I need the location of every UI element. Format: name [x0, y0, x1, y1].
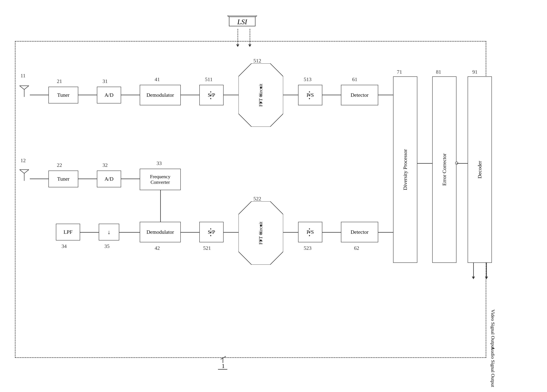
fft1-num: 512 [253, 58, 261, 64]
sp2-dot3 [210, 235, 211, 236]
line-ad1-demod1 [121, 95, 140, 95]
demod1-num: 41 [155, 76, 160, 83]
audio-output-arrow [485, 277, 488, 279]
demod2-block: Demodulator [140, 222, 181, 242]
sp2-num: 521 [203, 245, 211, 251]
ad2-num: 32 [103, 162, 108, 168]
sp1-dot1 [210, 91, 211, 92]
line-ps1-det1 [322, 95, 341, 95]
detector2-block: Detector [341, 222, 378, 242]
antenna1 [19, 82, 30, 98]
decoder-num: 91 [472, 69, 478, 75]
sp2-block: S/P [199, 222, 224, 242]
line-div-errcorr [417, 163, 432, 164]
lpf-block: LPF [56, 224, 80, 241]
fft2-num: 522 [253, 196, 261, 202]
sp2-dot1 [210, 228, 211, 229]
line-fft1-ps1 [283, 95, 298, 95]
fft1-block: FFT Circuit [239, 63, 283, 127]
line-ad2-freqconv [121, 179, 140, 179]
fft2-block: FFT Circuit [239, 201, 283, 265]
line-demod1-sp1 [181, 95, 199, 95]
freq-conv-num: 33 [157, 160, 162, 166]
line-ps2-det2 [322, 232, 341, 233]
main-box-arrow-v [223, 358, 223, 363]
ps1-block: P/S [298, 85, 322, 105]
video-output-line [473, 263, 474, 278]
sp1-dot3 [210, 98, 211, 99]
ps2-block: P/S [298, 222, 322, 242]
fft2-label: FFT Circuit [239, 216, 283, 250]
demod2-num: 42 [155, 245, 160, 251]
sp1-block: S/P [199, 85, 224, 105]
error-corr-num: 81 [436, 69, 441, 75]
down-block: ↓ [99, 224, 119, 241]
freq-conv-block: Frequency Converter [140, 169, 181, 190]
line-det1-div [378, 95, 393, 95]
line-sp2-fft2 [224, 232, 239, 233]
tuner1-num: 21 [57, 78, 62, 84]
lsi-chip: LSI [227, 15, 257, 30]
error-corr-block: Error Corrector [432, 76, 457, 263]
antenna2-num: 12 [21, 158, 26, 164]
line-fft2-ps2 [283, 232, 298, 233]
line-ant2-tuner2 [30, 179, 48, 179]
ad1-num: 31 [103, 78, 108, 84]
fft1-label: FFT Circuit [239, 78, 283, 112]
svg-line-11 [24, 170, 29, 173]
antenna1-num: 11 [21, 73, 26, 79]
sp1-dot2 [210, 95, 211, 96]
decoder-block: Decoder [468, 76, 492, 263]
antenna2 [19, 166, 30, 182]
line-errcorr-dec [457, 163, 468, 164]
svg-line-10 [20, 170, 24, 173]
sp1-num: 511 [205, 76, 212, 83]
line-lpf-down [80, 232, 99, 233]
tuner2-block: Tuner [48, 171, 78, 187]
tuner2-num: 22 [57, 162, 62, 168]
detector1-num: 61 [352, 76, 357, 83]
error-corr-label: Error Corrector [441, 153, 447, 186]
ps2-dot2 [309, 232, 310, 233]
lpf-num: 34 [62, 243, 67, 249]
line-tuner2-ad2 [78, 179, 97, 179]
ps1-num: 513 [304, 76, 312, 83]
audio-output-label: Audio Signal Output [490, 347, 496, 387]
lsi-label: LSI [227, 18, 257, 26]
detector1-block: Detector [341, 85, 378, 105]
main-box-num-underline [218, 369, 227, 370]
sp2-dot2 [210, 232, 211, 233]
video-output-arrow [472, 277, 475, 279]
line-ant1-tuner1 [30, 95, 48, 95]
demod1-block: Demodulator [140, 85, 181, 105]
audio-output-line [486, 263, 487, 278]
line-down-demod2 [119, 232, 140, 233]
diversity-num: 71 [397, 69, 402, 75]
ps2-dot1 [309, 228, 310, 229]
ad1-block: A/D [97, 87, 121, 103]
ps1-dot1 [309, 91, 310, 92]
diversity-block: Diversity Processor [393, 76, 417, 263]
line-tuner1-ad1 [78, 95, 97, 95]
line-det2-div [378, 232, 393, 233]
decoder-label: Decoder [477, 161, 483, 179]
line-demod2-sp2 [181, 232, 199, 233]
detector2-num: 62 [354, 245, 359, 251]
main-box-num: 1 [222, 363, 225, 370]
video-output-label: Video Signal Output [490, 309, 496, 349]
down-num: 35 [104, 243, 109, 249]
ps1-dot2 [309, 95, 310, 96]
ps2-dot3 [309, 235, 310, 236]
line-sp1-fft1 [224, 95, 239, 95]
diagram-container: LSI 1 11 12 Tuner 21 [11, 11, 536, 381]
svg-line-6 [20, 86, 24, 89]
ps1-dot3 [309, 98, 310, 99]
svg-line-7 [24, 86, 29, 89]
tuner1-block: Tuner [48, 87, 78, 103]
diversity-label: Diversity Processor [402, 149, 408, 190]
ad2-block: A/D [97, 171, 121, 187]
ps2-num: 523 [304, 245, 312, 251]
